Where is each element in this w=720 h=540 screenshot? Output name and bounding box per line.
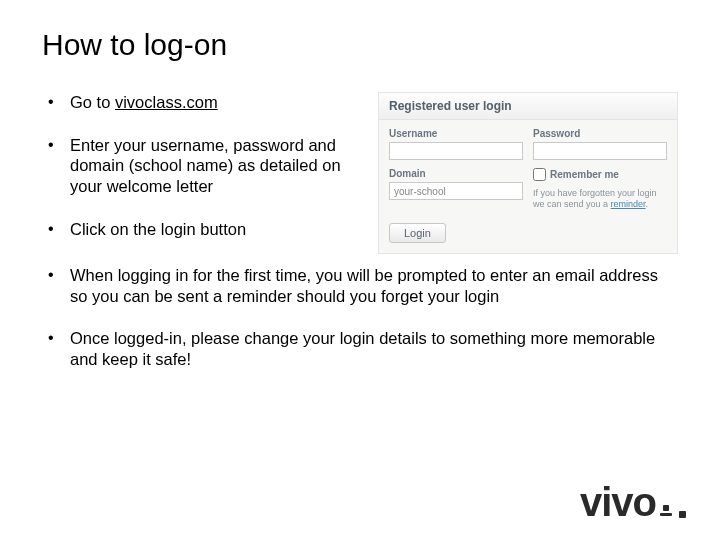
logo-text: vivo [580,482,656,522]
username-label: Username [389,128,523,139]
instruction-list-top: Go to vivoclass.com Enter your username,… [42,92,360,239]
domain-input[interactable] [389,182,523,200]
remember-checkbox[interactable] [533,168,546,181]
password-label: Password [533,128,667,139]
bullet-prefix: Go to [70,93,115,111]
login-panel: Registered user login Username Password … [378,92,678,254]
vivo-logo: vivo [580,482,686,522]
username-input[interactable] [389,142,523,160]
list-item: Click on the login button [42,219,360,240]
panel-title: Registered user login [379,93,677,120]
vivoclass-link[interactable]: vivoclass.com [115,93,218,111]
list-item: Once logged-in, please change your login… [42,328,678,369]
logo-mark-icon [660,505,672,516]
list-item: Enter your username, password and domain… [42,135,360,197]
instruction-list-bottom: When logging in for the first time, you … [42,265,678,370]
logo-period-icon [679,511,686,518]
forgot-text: If you have forgotten your login we can … [533,188,667,211]
reminder-link[interactable]: reminder [611,199,646,209]
domain-label: Domain [389,168,523,179]
list-item: Go to vivoclass.com [42,92,360,113]
login-button[interactable]: Login [389,223,446,243]
remember-me[interactable]: Remember me [533,168,667,181]
page-title: How to log-on [42,28,678,62]
list-item: When logging in for the first time, you … [42,265,678,306]
remember-label: Remember me [550,169,619,180]
password-input[interactable] [533,142,667,160]
